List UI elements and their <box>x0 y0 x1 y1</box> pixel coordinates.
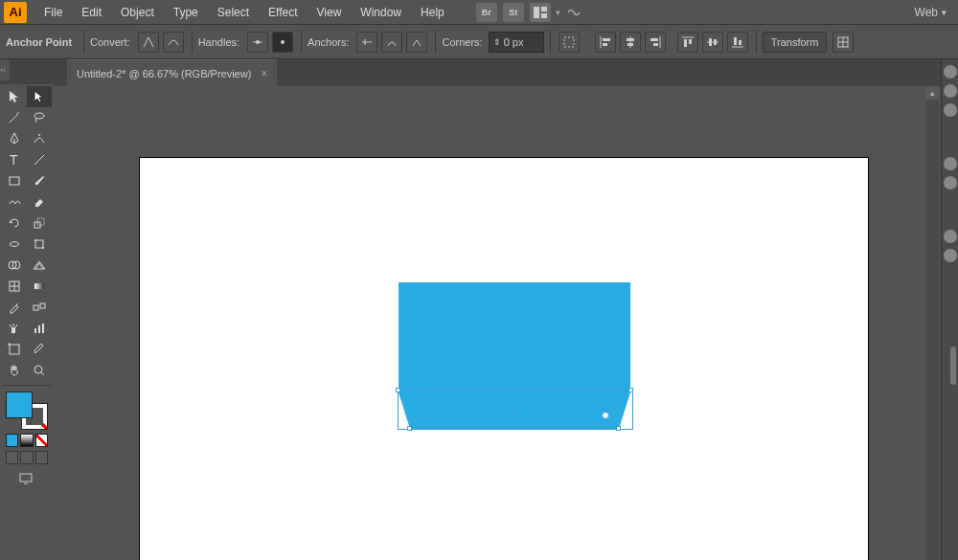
menu-help[interactable]: Help <box>411 6 454 19</box>
draw-normal-button[interactable] <box>6 451 18 464</box>
screen-mode-button[interactable] <box>17 472 36 489</box>
direct-selection-tool[interactable] <box>27 86 52 107</box>
connect-anchor-button[interactable] <box>381 32 402 53</box>
align-top-button[interactable] <box>677 32 698 53</box>
anchor-point[interactable] <box>396 388 400 392</box>
fill-stroke-swatch[interactable] <box>6 392 48 430</box>
symbol-sprayer-tool[interactable] <box>2 318 27 339</box>
shape-object[interactable] <box>399 282 630 431</box>
free-transform-tool[interactable] <box>27 234 52 255</box>
align-vcenter-button[interactable] <box>702 32 723 53</box>
eraser-tool[interactable] <box>27 191 52 213</box>
magic-wand-tool[interactable] <box>2 107 27 128</box>
align-bottom-button[interactable] <box>727 32 748 53</box>
blend-tool[interactable] <box>27 297 52 318</box>
gradient-mode-button[interactable] <box>20 434 33 447</box>
pen-tool[interactable] <box>2 128 27 149</box>
right-panel-dock[interactable] <box>941 59 958 560</box>
shape-builder-tool[interactable] <box>2 255 27 276</box>
document-tab[interactable]: Untitled-2* @ 66.67% (RGB/Preview) × <box>67 59 277 86</box>
menu-type[interactable]: Type <box>164 6 208 19</box>
hand-tool[interactable] <box>2 360 27 381</box>
control-mode-label: Anchor Point <box>6 36 72 48</box>
close-tab-button[interactable]: × <box>261 67 267 80</box>
artboard-tool[interactable] <box>2 339 27 360</box>
panel-icon[interactable] <box>944 176 957 190</box>
stock-button[interactable]: St <box>503 3 524 22</box>
hide-handles-button[interactable] <box>272 32 293 53</box>
column-graph-tool[interactable] <box>27 318 52 339</box>
shaper-tool[interactable] <box>2 191 27 213</box>
artboard[interactable] <box>140 158 868 560</box>
scale-tool[interactable] <box>27 213 52 234</box>
convert-smooth-button[interactable] <box>163 32 184 53</box>
mesh-tool[interactable] <box>2 276 27 297</box>
none-mode-button[interactable] <box>35 434 48 447</box>
zoom-tool[interactable] <box>27 360 52 381</box>
slice-tool[interactable] <box>27 339 52 360</box>
draw-inside-button[interactable] <box>35 451 48 464</box>
scroll-up-button[interactable]: ▴ <box>925 86 939 100</box>
transform-each-button[interactable] <box>833 32 854 53</box>
svg-rect-48 <box>38 325 40 333</box>
panel-icon[interactable] <box>944 230 957 243</box>
corners-input[interactable]: ⇕ 0 px <box>489 32 544 53</box>
eyedropper-tool[interactable] <box>2 297 27 318</box>
chevron-down-icon: ▾ <box>942 8 947 17</box>
paintbrush-tool[interactable] <box>27 170 52 191</box>
menu-select[interactable]: Select <box>208 6 259 19</box>
lasso-tool[interactable] <box>27 107 52 128</box>
stepper-icon[interactable]: ⇕ <box>493 37 501 47</box>
show-handles-button[interactable] <box>247 32 268 53</box>
svg-rect-49 <box>42 324 44 333</box>
menu-object[interactable]: Object <box>111 6 164 19</box>
menu-edit[interactable]: Edit <box>72 6 111 19</box>
svg-rect-0 <box>534 7 539 18</box>
anchor-point[interactable] <box>407 426 412 431</box>
align-left-button[interactable] <box>595 32 616 53</box>
gpu-preview-icon[interactable] <box>563 3 584 22</box>
panel-icon[interactable] <box>944 157 957 170</box>
cut-anchor-button[interactable] <box>406 32 427 53</box>
remove-anchor-button[interactable] <box>356 32 377 53</box>
menu-window[interactable]: Window <box>351 6 411 19</box>
draw-behind-button[interactable] <box>20 451 33 464</box>
menu-view[interactable]: View <box>308 6 352 19</box>
arrange-docs-button[interactable] <box>530 3 551 22</box>
type-tool[interactable]: T <box>2 149 27 170</box>
bridge-button[interactable]: Br <box>476 3 497 22</box>
menu-effect[interactable]: Effect <box>259 6 307 19</box>
panel-icon[interactable] <box>944 249 957 262</box>
panel-resize-handle[interactable] <box>950 347 956 385</box>
rectangle-tool[interactable] <box>2 170 27 191</box>
curvature-tool[interactable] <box>27 128 52 149</box>
panel-collapse-handle[interactable] <box>0 59 10 80</box>
align-hcenter-button[interactable] <box>620 32 641 53</box>
tools-panel: T <box>0 84 54 497</box>
fill-swatch[interactable] <box>6 392 33 418</box>
line-tool[interactable] <box>27 149 52 170</box>
canvas-area[interactable] <box>54 86 939 560</box>
width-tool[interactable] <box>2 234 27 255</box>
svg-point-37 <box>42 247 44 249</box>
color-mode-button[interactable] <box>6 434 18 447</box>
isolate-button[interactable] <box>559 32 580 53</box>
workspace-switcher[interactable]: Web ▾ <box>907 6 954 19</box>
rotate-tool[interactable] <box>2 213 27 234</box>
transform-button[interactable]: Transform <box>763 32 828 53</box>
anchor-point[interactable] <box>628 388 633 392</box>
perspective-grid-tool[interactable] <box>27 255 52 276</box>
vertical-scrollbar[interactable]: ▴ <box>925 86 939 560</box>
chevron-down-icon[interactable]: ▾ <box>556 8 560 17</box>
anchor-point[interactable] <box>616 426 621 431</box>
live-corner-widget[interactable] <box>602 412 609 419</box>
gradient-tool[interactable] <box>27 276 52 297</box>
convert-corner-button[interactable] <box>138 32 159 53</box>
panel-icon[interactable] <box>944 84 957 98</box>
panel-icon[interactable] <box>944 103 957 117</box>
svg-rect-55 <box>20 474 32 482</box>
panel-icon[interactable] <box>944 65 957 78</box>
selection-tool[interactable] <box>2 86 27 107</box>
menu-file[interactable]: File <box>34 6 72 19</box>
align-right-button[interactable] <box>645 32 666 53</box>
